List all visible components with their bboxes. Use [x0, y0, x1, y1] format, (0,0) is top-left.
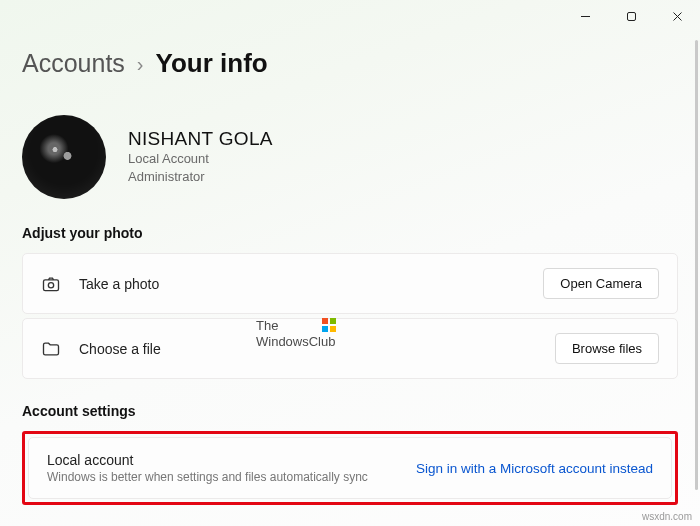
open-camera-button[interactable]: Open Camera: [543, 268, 659, 299]
profile-name: NISHANT GOLA: [128, 128, 273, 150]
scrollbar-thumb[interactable]: [695, 40, 698, 490]
svg-rect-4: [44, 279, 59, 290]
svg-point-5: [48, 282, 53, 287]
breadcrumb: Accounts › Your info: [22, 48, 678, 79]
choose-file-label: Choose a file: [79, 341, 537, 357]
window-controls: [562, 0, 700, 32]
page-title: Your info: [156, 48, 268, 79]
take-photo-row: Take a photo Open Camera: [22, 253, 678, 314]
folder-icon: [41, 339, 61, 359]
section-title-account: Account settings: [22, 403, 678, 419]
local-account-title: Local account: [47, 452, 398, 468]
chevron-right-icon: ›: [137, 53, 144, 76]
highlight-annotation: Local account Windows is better when set…: [22, 431, 678, 505]
windows-logo-icon: [322, 318, 336, 332]
watermark-corner: wsxdn.com: [642, 511, 692, 522]
minimize-button[interactable]: [562, 0, 608, 32]
camera-icon: [41, 274, 61, 294]
maximize-button[interactable]: [608, 0, 654, 32]
svg-rect-1: [627, 12, 635, 20]
profile-block: NISHANT GOLA Local Account Administrator: [22, 115, 678, 199]
local-account-card: Local account Windows is better when set…: [28, 437, 672, 499]
profile-account-type: Local Account: [128, 150, 273, 168]
profile-role: Administrator: [128, 168, 273, 186]
photo-card-group: Take a photo Open Camera Choose a file B…: [22, 253, 678, 379]
local-account-subtitle: Windows is better when settings and file…: [47, 470, 398, 484]
browse-files-button[interactable]: Browse files: [555, 333, 659, 364]
avatar: [22, 115, 106, 199]
scrollbar[interactable]: [694, 40, 700, 490]
take-photo-label: Take a photo: [79, 276, 525, 292]
sign-in-microsoft-link[interactable]: Sign in with a Microsoft account instead: [416, 461, 653, 476]
choose-file-row: Choose a file Browse files: [22, 318, 678, 379]
close-button[interactable]: [654, 0, 700, 32]
breadcrumb-parent[interactable]: Accounts: [22, 49, 125, 78]
section-title-photo: Adjust your photo: [22, 225, 678, 241]
